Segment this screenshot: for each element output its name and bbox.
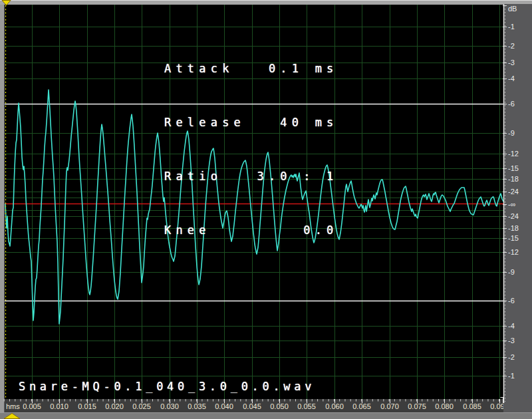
time-tick-label: 0.085	[458, 402, 487, 410]
time-tick-label: 0.020	[100, 402, 129, 410]
db-tick-label: -15	[508, 164, 519, 172]
time-tick-label: 0.090	[485, 402, 503, 410]
time-tick-label: 0.080	[430, 402, 459, 410]
db-unit-label: dB	[508, 5, 517, 13]
db-tick-label: -∞	[508, 200, 516, 208]
db-tick-label: -12	[508, 248, 519, 256]
db-tick-label: -1	[508, 372, 515, 380]
db-tick-label: -6	[508, 100, 515, 108]
time-tick-label: 0.075	[402, 402, 432, 410]
time-tick-label: 0.015	[72, 402, 102, 410]
time-tick-label: 0.040	[209, 402, 239, 410]
time-tick-label: 0.065	[347, 402, 376, 410]
time-tick-label: 0.030	[155, 402, 184, 410]
time-tick-label: 0.035	[182, 402, 211, 410]
db-tick-label: -3	[508, 59, 515, 67]
time-tick-label: 0.050	[265, 402, 294, 410]
time-tick-label: 0.055	[292, 402, 321, 410]
time-tick-label: 0.005	[17, 402, 47, 410]
db-tick-label: -2	[508, 42, 515, 50]
db-tick-label: -18	[508, 224, 519, 232]
db-tick-label: -2	[508, 353, 515, 361]
db-tick-label: -18	[508, 175, 519, 183]
db-tick-label: -4	[508, 74, 515, 82]
time-tick-label: 0.045	[237, 402, 267, 410]
db-tick-label: -24	[508, 212, 519, 220]
db-tick-label: -6	[508, 297, 515, 305]
db-tick-label: -15	[508, 234, 519, 242]
db-tick-label: -1	[508, 23, 515, 31]
time-tick-label: 0.060	[320, 402, 349, 410]
time-tick-label: 0.010	[45, 402, 74, 410]
time-tick-label: 0.070	[375, 402, 404, 410]
time-tick-label: 0.025	[127, 402, 156, 410]
db-tick-label: -9	[508, 129, 515, 137]
db-tick-label: -24	[508, 188, 519, 196]
db-tick-label: -12	[508, 150, 519, 158]
time-tick-labels: hms 0.0050.0100.0150.0200.0250.0300.0350…	[0, 0, 503, 419]
db-tick-label: -3	[508, 337, 515, 345]
waveform-editor-window: Attack 0.1 ms Release 40 ms Ratio 3.0 : …	[0, 0, 532, 419]
db-tick-label: -9	[508, 268, 515, 276]
db-tick-label: -4	[508, 322, 515, 330]
